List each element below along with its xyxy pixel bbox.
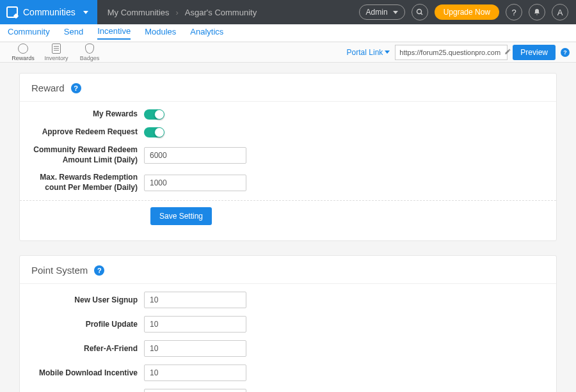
limit-input[interactable] [144,147,246,164]
preview-button[interactable]: Preview [513,45,556,60]
admin-menu[interactable]: Admin [359,4,405,20]
mobile-input[interactable] [144,365,246,381]
brand-label: Communities [23,7,76,17]
portal-url-box: https://forum25.questionpro.com [395,45,508,60]
tab-rewards-label: Rewards [12,55,35,61]
content-area: Reward ? My Rewards Approve Redeem Reque… [0,63,576,392]
topbar: Communities My Communities › Asgar's Com… [0,0,576,24]
approve-toggle[interactable] [144,127,163,137]
sub-toolbar: Rewards Inventory Badges Portal Link htt… [0,42,576,63]
reward-card: Reward ? My Rewards Approve Redeem Reque… [19,73,557,241]
portal-url-text: https://forum25.questionpro.com [399,49,500,56]
tab-badges-label: Badges [80,55,100,61]
divider [20,200,556,201]
approve-row: Approve Redeem Request [31,127,545,137]
nav-community[interactable]: Community [8,27,50,39]
maxcount-input[interactable] [144,175,246,191]
points-card: Point System ? New User Signup Profile U… [19,255,557,392]
help-icon[interactable]: ? [561,48,570,57]
pencil-icon [504,48,511,55]
caret-down-icon [83,11,88,14]
profile-input[interactable] [144,316,246,333]
reward-help-icon[interactable]: ? [71,83,81,93]
main-nav: Community Send Incentive Modules Analyti… [0,24,576,42]
caret-down-icon [393,11,398,14]
svg-point-0 [417,10,421,14]
tab-badges[interactable]: Badges [73,43,106,61]
points-help-icon[interactable]: ? [94,265,104,276]
brand-logo-icon [6,6,18,18]
points-card-header: Point System ? [20,256,556,284]
caret-down-icon [385,51,390,54]
brand-menu[interactable]: Communities [0,0,97,24]
signup-input[interactable] [144,292,246,308]
my-rewards-toggle[interactable] [144,109,163,120]
approve-label: Approve Redeem Request [31,127,144,137]
subtool-right: Portal Link https://forum25.questionpro.… [347,45,570,60]
limit-label: Community Reward Redeem Amount Limit (Da… [31,145,144,165]
signup-label: New User Signup [31,295,144,306]
tab-inventory[interactable]: Inventory [40,43,73,61]
help-button[interactable]: ? [506,4,522,20]
upgrade-button[interactable]: Upgrade Now [435,4,499,20]
reward-title: Reward [31,82,65,93]
refer-input[interactable] [144,340,246,357]
edit-url-button[interactable] [504,48,511,56]
maxcount-row: Max. Rewards Redemption count Per Member… [31,173,545,192]
portal-link-dropdown[interactable]: Portal Link [347,48,390,57]
avatar-letter: A [557,8,563,17]
search-button[interactable] [412,4,428,20]
profile-label: Profile Update [31,320,144,330]
profile-row: Profile Update [31,316,545,333]
my-rewards-row: My Rewards [31,109,545,120]
topbar-right: Admin Upgrade Now ? A [359,4,576,20]
tab-rewards[interactable]: Rewards [6,43,40,61]
my-rewards-label: My Rewards [31,109,144,120]
signup-row: New User Signup [31,292,545,308]
tab-inventory-label: Inventory [44,55,68,61]
question-icon: ? [511,8,516,17]
nav-analytics[interactable]: Analytics [190,27,223,39]
nav-send[interactable]: Send [64,27,83,39]
search-icon [416,8,424,16]
limit-row: Community Reward Redeem Amount Limit (Da… [31,145,545,165]
notifications-button[interactable] [529,4,545,20]
points-title: Point System [31,265,88,276]
birthday-row: Birthday [31,389,545,392]
mobile-label: Mobile Download Incentive [31,368,144,379]
maxcount-label: Max. Rewards Redemption count Per Member… [31,173,144,192]
nav-incentive[interactable]: Incentive [97,26,131,40]
birthday-input[interactable] [144,389,246,392]
breadcrumb: My Communities › Asgar's Community [97,8,267,17]
admin-label: Admin [366,8,388,17]
breadcrumb-current: Asgar's Community [185,8,257,17]
chevron-right-icon: › [176,8,179,17]
list-icon [52,43,61,54]
save-setting-button[interactable]: Save Setting [150,207,212,225]
reward-card-header: Reward ? [20,74,556,102]
reward-actions: Save Setting [31,207,545,235]
breadcrumb-my-communities[interactable]: My Communities [108,8,170,17]
bell-icon [533,8,541,16]
portal-link-label: Portal Link [347,48,383,57]
avatar[interactable]: A [552,4,568,20]
refer-label: Refer-A-Friend [31,344,144,354]
mobile-row: Mobile Download Incentive [31,365,545,381]
refer-row: Refer-A-Friend [31,340,545,357]
nav-modules[interactable]: Modules [145,27,176,39]
points-card-body: New User Signup Profile Update Refer-A-F… [20,284,556,392]
trophy-icon [85,43,94,54]
reward-card-body: My Rewards Approve Redeem Request Commun… [20,102,556,240]
svg-line-1 [420,13,422,15]
dollar-circle-icon [18,43,28,54]
